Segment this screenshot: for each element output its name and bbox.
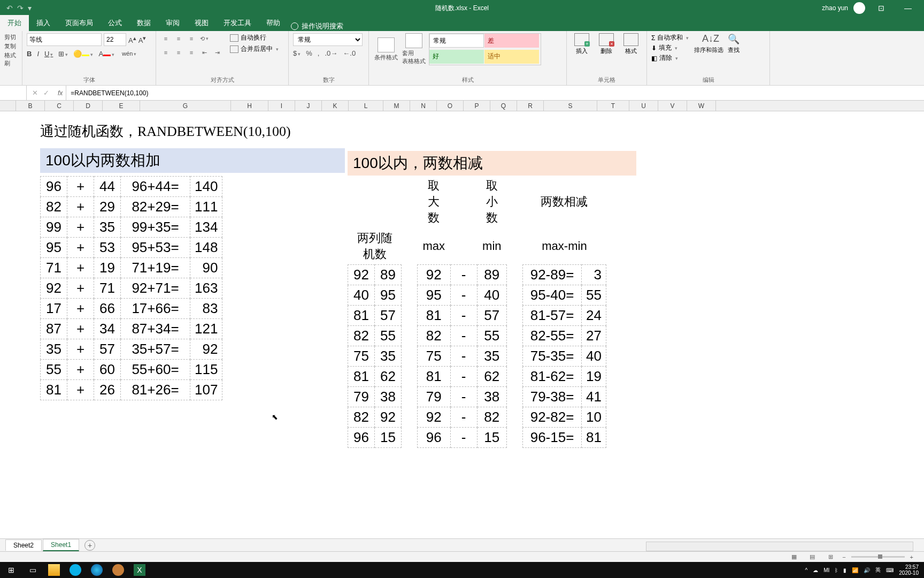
col-header-Q[interactable]: Q [490, 101, 517, 111]
border-button[interactable]: ⊞ [58, 50, 68, 58]
inc-decimal-icon[interactable]: .0→ [325, 49, 337, 57]
col-header-D[interactable]: D [74, 101, 103, 111]
view-normal-icon[interactable]: ▦ [788, 553, 800, 560]
clear-button[interactable]: ◧清除 [651, 54, 689, 63]
painter-button[interactable]: 格式刷 [4, 51, 18, 67]
col-header-O[interactable]: O [437, 101, 464, 111]
cloud-icon[interactable]: ☁ [813, 567, 818, 573]
fx-icon[interactable]: fx [55, 86, 66, 100]
align-left-icon[interactable]: ≡ [160, 47, 171, 58]
tab-formula[interactable]: 公式 [101, 15, 129, 31]
col-header-N[interactable]: N [410, 101, 437, 111]
cancel-icon[interactable]: ✕ [32, 89, 38, 97]
minimize-icon[interactable]: — [897, 4, 919, 12]
col-header-G[interactable]: G [140, 101, 231, 111]
sheet-tab-sheet2[interactable]: Sheet2 [5, 539, 42, 551]
phonetic-button[interactable]: wén [120, 49, 138, 58]
formula-input[interactable]: =RANDBETWEEN(10,100) [66, 89, 924, 97]
col-header-P[interactable]: P [464, 101, 490, 111]
align-right-icon[interactable]: ≡ [186, 47, 197, 58]
undo-icon[interactable]: ↶ [6, 4, 13, 12]
col-header-T[interactable]: T [597, 101, 629, 111]
col-header-E[interactable]: E [103, 101, 140, 111]
tab-view[interactable]: 视图 [187, 15, 216, 31]
font-name-select[interactable] [27, 33, 102, 46]
volume-icon[interactable]: 🔊 [864, 567, 870, 573]
col-header-I[interactable]: I [268, 101, 295, 111]
view-break-icon[interactable]: ⊞ [824, 553, 837, 560]
zoom-in-icon[interactable]: + [910, 554, 913, 560]
clock-time[interactable]: 23:57 [899, 564, 919, 570]
align-top-icon[interactable]: ≡ [160, 33, 171, 44]
conditional-format-button[interactable]: 条件格式 [373, 33, 399, 65]
style-bad[interactable]: 差 [484, 34, 539, 48]
explorer-icon[interactable] [48, 564, 60, 576]
decrease-font-icon[interactable]: A▾ [138, 35, 147, 44]
underline-button[interactable]: U [44, 50, 53, 58]
sort-filter-button[interactable]: A↓Z排序和筛选 [694, 33, 723, 63]
orientation-icon[interactable]: ⟲ [199, 33, 210, 44]
copy-button[interactable]: 复制 [4, 42, 18, 50]
col-header-W[interactable]: W [687, 101, 716, 111]
comma-icon[interactable]: , [318, 49, 320, 57]
merge-button[interactable]: 合并后居中 [230, 44, 279, 54]
percent-icon[interactable]: % [306, 49, 312, 57]
col-header-L[interactable]: L [349, 101, 383, 111]
ribbon-options-icon[interactable]: ⊡ [871, 4, 892, 12]
wrap-text-button[interactable]: 自动换行 [230, 33, 279, 42]
style-good[interactable]: 好 [429, 50, 484, 64]
col-header-V[interactable]: V [658, 101, 687, 111]
cell-styles-gallery[interactable]: 常规 差 好 适中 [429, 33, 541, 65]
battery-icon[interactable]: ▮ [843, 567, 846, 573]
col-header-C[interactable]: C [45, 101, 74, 111]
zoom-out-icon[interactable]: − [842, 554, 845, 560]
tab-review[interactable]: 审阅 [158, 15, 187, 31]
autosum-button[interactable]: Σ自动求和 [651, 33, 689, 42]
tab-dev[interactable]: 开发工具 [216, 15, 259, 31]
start-button[interactable]: ⊞ [5, 564, 17, 576]
format-cells-button[interactable]: 格式 [620, 33, 642, 55]
avatar[interactable] [853, 2, 865, 14]
increase-font-icon[interactable]: A▴ [128, 35, 136, 44]
indent-dec-icon[interactable]: ⇤ [199, 47, 210, 58]
col-header-K[interactable]: K [322, 101, 349, 111]
view-page-icon[interactable]: ▤ [806, 553, 819, 560]
style-neutral[interactable]: 适中 [484, 50, 539, 64]
fill-color-button[interactable]: 🟡 [73, 50, 93, 58]
style-normal[interactable]: 常规 [429, 34, 484, 48]
tab-layout[interactable]: 页面布局 [58, 15, 101, 31]
worksheet-grid[interactable]: 通过随机函数，RANDBETWEEN(10,100) 100以内两数相加 100… [0, 111, 924, 422]
keyboard-icon[interactable]: ⌨ [886, 567, 894, 573]
col-header-S[interactable]: S [544, 101, 597, 111]
dec-decimal-icon[interactable]: ←.0 [343, 49, 356, 57]
bluetooth-icon[interactable]: ᛒ [835, 567, 838, 573]
align-center-icon[interactable]: ≡ [173, 47, 184, 58]
redo-icon[interactable]: ↷ [17, 4, 24, 12]
excel-icon[interactable]: X [134, 564, 145, 576]
col-header-B[interactable]: B [16, 101, 45, 111]
col-header-H[interactable]: H [231, 101, 268, 111]
task-view-icon[interactable]: ▭ [27, 564, 38, 576]
col-header-R[interactable]: R [517, 101, 544, 111]
find-button[interactable]: 🔍查找 [727, 33, 741, 63]
align-middle-icon[interactable]: ≡ [173, 33, 184, 44]
tab-help[interactable]: 帮助 [259, 15, 288, 31]
zoom-slider[interactable] [851, 556, 905, 558]
ime-indicator[interactable]: 英 [875, 566, 881, 574]
table-format-button[interactable]: 套用 表格格式 [401, 33, 427, 65]
name-box[interactable] [0, 86, 27, 100]
tab-data[interactable]: 数据 [129, 15, 158, 31]
italic-button[interactable]: I [37, 50, 39, 58]
tab-home[interactable]: 开始 [0, 15, 29, 31]
tell-me[interactable]: 操作说明搜索 [291, 21, 343, 31]
number-format-select[interactable]: 常规 [293, 33, 363, 46]
enter-icon[interactable]: ✓ [43, 89, 49, 97]
add-sheet-button[interactable]: + [84, 540, 95, 551]
currency-icon[interactable]: $ [293, 49, 301, 57]
horizontal-scrollbar[interactable] [646, 542, 913, 551]
sheet-tab-sheet1[interactable]: Sheet1 [43, 539, 79, 551]
font-size-select[interactable] [104, 33, 126, 46]
edge-icon[interactable] [91, 564, 103, 576]
indent-inc-icon[interactable]: ⇥ [212, 47, 222, 58]
fill-button[interactable]: ⬇填充 [651, 43, 689, 52]
